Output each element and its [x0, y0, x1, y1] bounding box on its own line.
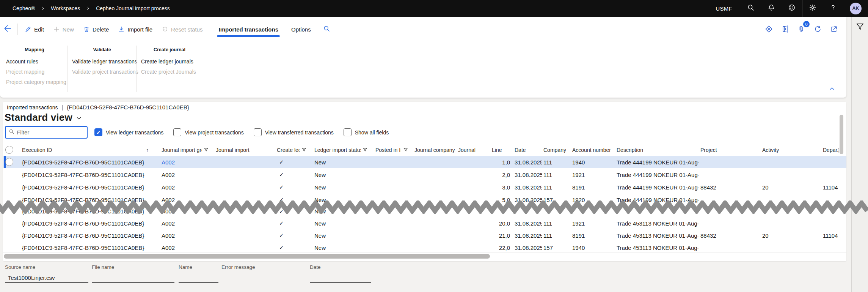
breadcrumb-page[interactable]: Cepheo Journal import process [96, 5, 170, 11]
refresh-icon[interactable] [812, 24, 823, 35]
open-in-new-window-icon[interactable] [829, 24, 840, 35]
column-label: Account number [572, 147, 611, 153]
cell-execution_id: {FD04D1C9-52F8-47FC-B76D-95C1101CA0EB} [22, 156, 149, 168]
cell-create_ledger: ✓ [277, 229, 307, 241]
table-row[interactable]: {FD04D1C9-52F8-47FC-B76D-95C1101CA0EB}A0… [3, 156, 846, 168]
column-filter-funnel-icon[interactable] [204, 147, 209, 153]
cell-description: Trade 444199 NOKEUR 01-Aug-... [617, 169, 698, 181]
checkbox-unchecked[interactable] [344, 128, 352, 136]
menu-item-validate-ledger-transactions[interactable]: Validate ledger transactions [72, 57, 132, 67]
row-select-radio[interactable] [5, 158, 13, 166]
column-header-project[interactable]: Project [700, 144, 757, 156]
gear-icon[interactable] [802, 0, 823, 17]
column-header-line[interactable]: Line [492, 144, 510, 156]
column-header-journal_company[interactable]: Journal company [414, 144, 456, 156]
open-in-office-icon[interactable] [780, 24, 791, 35]
table-row[interactable]: {FD04D1C9-52F8-47FC-B76D-95C1101CA0EB}A0… [3, 217, 846, 229]
checkbox-view-transferred-transactions[interactable]: View transferred transactions [254, 128, 334, 136]
column-filter-funnel-icon[interactable] [363, 147, 368, 153]
smiley-icon[interactable] [782, 0, 802, 17]
table-row[interactable]: {FD04D1C9-52F8-47FC-B76D-95C1101CA0EB}A0… [3, 169, 846, 181]
cell-journal_import_group[interactable]: A002 [162, 156, 209, 168]
attachments-count-badge: 0 [803, 21, 810, 27]
checkbox-view-ledger-transactions[interactable]: ✓View ledger transactions [94, 128, 163, 136]
column-header-date[interactable]: Date [515, 144, 542, 156]
select-all-radio[interactable] [5, 146, 13, 154]
column-header-account_number[interactable]: Account number [572, 144, 615, 156]
cell-line: 3,0 [492, 181, 510, 193]
sort-ascending-icon[interactable]: ↑ [146, 147, 149, 153]
company-picker[interactable]: USMF [707, 0, 741, 17]
breadcrumb-workspaces[interactable]: Workspaces [51, 5, 80, 11]
filter-pane-icon[interactable] [855, 22, 865, 33]
detail-value-field[interactable] [310, 273, 371, 283]
view-name[interactable]: Standard view [5, 112, 72, 123]
column-label: Ledger import status [314, 147, 361, 153]
column-header-ledger_import_status[interactable]: Ledger import status [314, 144, 368, 156]
delete-button[interactable]: Delete [78, 23, 113, 36]
column-header-journal_import[interactable]: Journal import [216, 144, 273, 156]
column-filter-funnel-icon[interactable] [301, 147, 307, 153]
table-row[interactable]: {FD04D1C9-52F8-47FC-B76D-95C1101CA0EB}A0… [3, 181, 846, 193]
edit-button[interactable]: Edit [20, 23, 49, 36]
import-file-button[interactable]: Import file [113, 23, 157, 36]
column-header-company[interactable]: Company [543, 144, 568, 156]
cell-date: 31.08.2025 [515, 181, 542, 193]
cell-project [700, 217, 757, 229]
table-row[interactable]: {FD04D1C9-52F8-47FC-B76D-95C1101CA0EB}A0… [3, 229, 846, 241]
column-label: Project [700, 147, 717, 153]
back-button[interactable] [0, 24, 15, 34]
group-title: Mapping [6, 44, 63, 52]
cell-activity [762, 156, 819, 168]
horizontal-scrollbar-thumb[interactable] [4, 254, 490, 259]
column-header-activity[interactable]: Activity [762, 144, 819, 156]
detail-value-field[interactable] [179, 273, 218, 283]
topbar-actions: USMF AK [707, 0, 868, 17]
column-header-posted_in_fiscal[interactable]: Posted in fi... [375, 144, 409, 156]
cell-description: Trade 444199 NOKEUR 01-Aug-... [617, 194, 698, 206]
detail-label: Error message [221, 264, 282, 270]
detail-field-name: Name [179, 264, 218, 283]
checkbox-view-project-transactions[interactable]: View project transactions [173, 128, 243, 136]
brand-logo[interactable]: Cepheo® [13, 5, 35, 11]
column-filter-funnel-icon[interactable] [403, 147, 409, 153]
column-header-execution_id[interactable]: Execution ID↑ [22, 144, 149, 156]
column-header-sel[interactable] [5, 144, 20, 156]
filter-input[interactable] [17, 129, 84, 136]
menu-item-account-rules[interactable]: Account rules [6, 57, 63, 67]
column-label: Journal company [414, 147, 455, 153]
collapse-pane-chevron-up-icon[interactable] [828, 85, 836, 94]
grid-filter-field[interactable] [5, 126, 88, 139]
cell-project [700, 205, 757, 217]
view-selector[interactable]: Standard view [5, 112, 82, 123]
checkbox-show-all-fields[interactable]: Show all fields [344, 128, 389, 136]
detail-value-field[interactable] [92, 273, 174, 283]
detail-value-field[interactable]: Test1000Linjer.csv [5, 273, 88, 283]
checkbox-checked[interactable]: ✓ [94, 128, 102, 136]
group-separator [67, 46, 67, 92]
search-icon[interactable] [741, 0, 761, 17]
cell-execution_id: {FD04D1C9-52F8-47FC-B76D-95C1101CA0EB} [22, 169, 149, 181]
table-row-obscured[interactable]: {FD04D1C9-52F8-47FC-B76D-95C1101CA0EB}A0… [3, 205, 846, 217]
tab-imported-transactions[interactable]: Imported transactions [214, 22, 283, 36]
checkbox-unchecked[interactable] [254, 128, 262, 136]
help-icon[interactable] [823, 0, 843, 17]
checkbox-unchecked[interactable] [173, 128, 181, 136]
power-apps-icon[interactable] [763, 24, 774, 35]
bell-icon[interactable] [761, 0, 782, 17]
cell-account_number [572, 205, 615, 217]
column-header-create_ledger[interactable]: Create led... [277, 144, 307, 156]
column-header-journal_import_group[interactable]: Journal import gro... [162, 144, 209, 156]
column-header-journal[interactable]: Journal [458, 144, 493, 156]
detail-value-field[interactable] [221, 273, 282, 283]
pencil-icon [25, 26, 31, 33]
toolbar-search-icon[interactable] [321, 23, 333, 36]
vertical-scrollbar[interactable] [840, 115, 843, 154]
table-row[interactable]: {FD04D1C9-52F8-47FC-B76D-95C1101CA0EB}A0… [3, 194, 846, 206]
cell-ledger_import_status: New [314, 205, 368, 217]
menu-item-create-ledger-journals[interactable]: Create ledger journals [141, 57, 198, 67]
avatar[interactable]: AK [843, 0, 868, 17]
column-header-description[interactable]: Description [617, 144, 698, 156]
tab-options[interactable]: Options [287, 22, 315, 36]
attachments-icon[interactable]: 0 [796, 24, 807, 35]
